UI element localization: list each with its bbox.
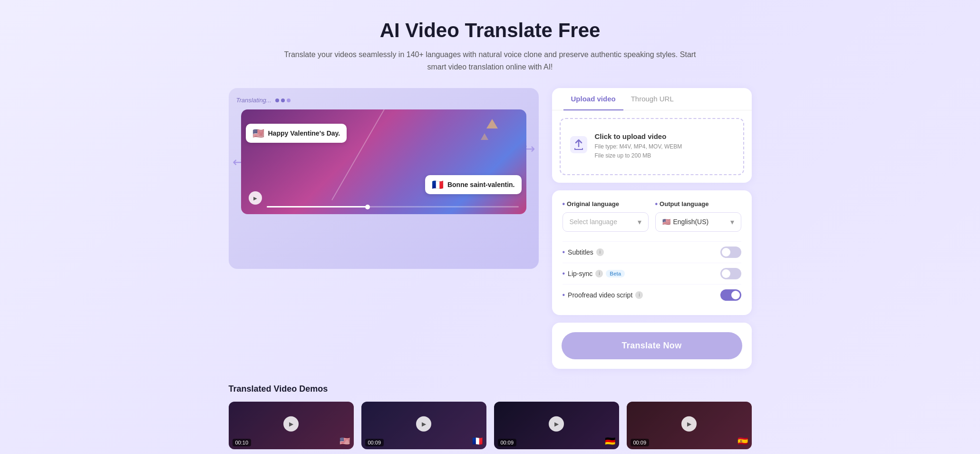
subtitles-toggle[interactable] (720, 247, 741, 258)
video-frame: 🇺🇸 Happy Valentine's Day. 🇫🇷 Bonne saint… (241, 109, 526, 214)
lip-sync-label: Lip-sync i Beta (563, 269, 625, 278)
play-icon: ▶ (253, 196, 257, 201)
page-header: AI Video Translate Free Translate your v… (276, 19, 704, 73)
demo-card-4[interactable]: ▶ 00:09 🇪🇸 (627, 402, 752, 449)
demo-play-2[interactable]: ▶ (416, 416, 431, 431)
tab-through-url[interactable]: Through URL (623, 88, 681, 110)
upload-file-size: File size up to 200 MB (595, 151, 682, 160)
lip-sync-toggle[interactable] (720, 268, 741, 279)
demos-title: Translated Video Demos (229, 384, 752, 394)
beta-badge: Beta (606, 270, 625, 277)
demo-card-2[interactable]: ▶ 00:09 🇫🇷 (361, 402, 486, 449)
subtitles-info-icon[interactable]: i (596, 248, 604, 256)
demo-flag-2: 🇫🇷 (472, 436, 483, 446)
demo-duration-4: 00:09 (631, 439, 650, 446)
proofread-row: Proofread video script i (563, 284, 741, 306)
dots (275, 99, 291, 102)
original-language-chevron: ▾ (638, 217, 641, 227)
flag-fr-icon: 🇫🇷 (432, 179, 444, 190)
shape-triangle-2 (481, 133, 488, 140)
translating-bar: Translating... (236, 97, 531, 104)
output-language-select[interactable]: 🇺🇸 English(US) ▾ (655, 212, 741, 232)
options-card: Original language Select language ▾ Outp… (552, 190, 752, 315)
lip-sync-info-icon[interactable]: i (595, 270, 603, 277)
shape-triangle-1 (486, 119, 498, 128)
progress-thumb (365, 205, 370, 209)
demo-play-3[interactable]: ▶ (549, 416, 564, 431)
caption-english: 🇺🇸 Happy Valentine's Day. (246, 124, 347, 143)
upload-title: Click to upload video (595, 132, 682, 140)
progress-fill (267, 206, 368, 207)
proofread-toggle[interactable] (720, 289, 741, 301)
demo-card-3[interactable]: ▶ 00:09 🇩🇪 (494, 402, 619, 449)
original-language-select[interactable]: Select language ▾ (563, 212, 649, 232)
output-language-chevron: ▾ (730, 217, 734, 227)
output-flag-icon: 🇺🇸 (662, 218, 670, 226)
dot-2 (281, 99, 285, 102)
original-language-placeholder: Select language (570, 218, 617, 226)
hero-panel: Translating... ↩ ↪ ↻ 🇺🇸 Happy Valentine' (229, 88, 539, 269)
output-language-label: Output language (655, 200, 741, 208)
language-row: Original language Select language ▾ Outp… (563, 200, 741, 232)
tabs: Upload video Through URL (552, 88, 752, 110)
demo-card-1[interactable]: ▶ 00:10 🇺🇸 (229, 402, 354, 449)
page-subtitle: Translate your videos seamlessly in 140+… (276, 49, 704, 73)
demo-duration-1: 00:10 (233, 439, 252, 446)
page-title: AI Video Translate Free (276, 19, 704, 42)
upload-texts: Click to upload video File type: M4V, MP… (595, 132, 682, 160)
translate-now-button[interactable]: Translate Now (562, 332, 742, 359)
upload-area[interactable]: Click to upload video File type: M4V, MP… (560, 118, 744, 175)
subtitles-label: Subtitles i (563, 248, 604, 257)
demo-duration-2: 00:09 (365, 439, 384, 446)
demos-grid: ▶ 00:10 🇺🇸 ▶ 00:09 🇫🇷 ▶ 00:09 🇩🇪 ▶ 00:09… (229, 402, 752, 449)
subtitles-row: Subtitles i (563, 241, 741, 263)
video-play-button[interactable]: ▶ (249, 191, 262, 205)
tab-upload-video[interactable]: Upload video (563, 88, 623, 110)
upload-file-types: File type: M4V, MP4, MOV, WEBM (595, 142, 682, 151)
output-language-value: English(US) (673, 218, 709, 226)
video-progress-bar[interactable] (267, 206, 519, 207)
caption-fr-text: Bonne saint-valentin. (447, 181, 515, 188)
demos-section: Translated Video Demos ▶ 00:10 🇺🇸 ▶ 00:0… (229, 384, 752, 449)
dot-3 (287, 99, 291, 102)
output-language-group: Output language 🇺🇸 English(US) ▾ (655, 200, 741, 232)
main-content: Translating... ↩ ↪ ↻ 🇺🇸 Happy Valentine' (229, 88, 752, 368)
demo-flag-4: 🇪🇸 (737, 436, 748, 446)
original-language-label: Original language (563, 200, 649, 208)
proofread-info-icon[interactable]: i (635, 291, 643, 299)
original-language-group: Original language Select language ▾ (563, 200, 649, 232)
proofread-label: Proofread video script i (563, 291, 643, 299)
demo-play-1[interactable]: ▶ (283, 416, 299, 431)
demo-flag-3: 🇩🇪 (605, 436, 615, 446)
translating-label: Translating... (236, 97, 272, 104)
demo-play-4[interactable]: ▶ (681, 416, 697, 431)
demo-flag-1: 🇺🇸 (340, 436, 350, 446)
right-panel: Upload video Through URL Click to upload… (552, 88, 752, 368)
caption-french: 🇫🇷 Bonne saint-valentin. (425, 175, 522, 194)
upload-card: Upload video Through URL Click to upload… (552, 88, 752, 182)
translate-card: Translate Now (552, 323, 752, 369)
upload-icon (570, 136, 587, 157)
lip-sync-row: Lip-sync i Beta (563, 263, 741, 284)
dot-1 (275, 99, 279, 102)
caption-en-text: Happy Valentine's Day. (268, 129, 340, 137)
flag-en-icon: 🇺🇸 (252, 128, 264, 139)
demo-duration-3: 00:09 (498, 439, 517, 446)
